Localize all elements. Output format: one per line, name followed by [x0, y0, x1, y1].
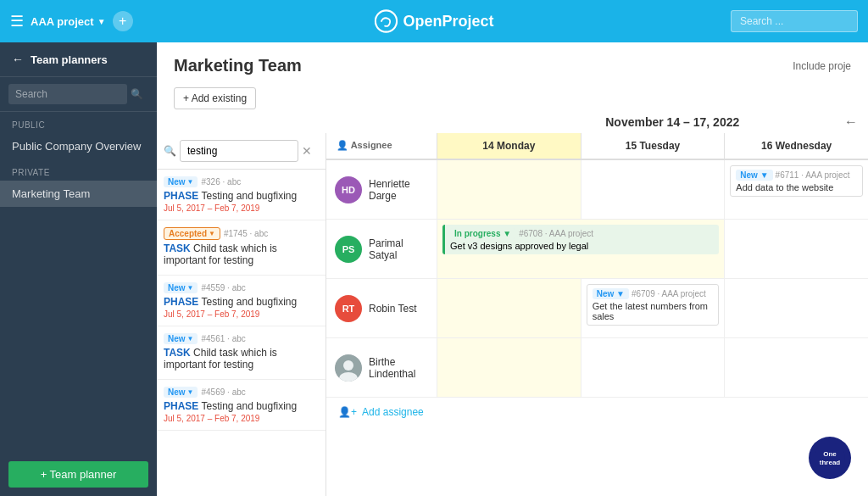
add-team-planner-button[interactable]: + Team planner — [8, 461, 148, 488]
sidebar-item-public-company[interactable]: Public Company Overview — [0, 133, 157, 159]
global-search-input[interactable] — [731, 10, 858, 32]
include-projects-label: Include proje — [793, 60, 851, 72]
svg-point-4 — [815, 443, 845, 473]
result-card-0[interactable]: New ▼ #326 · abc PHASE Testing and bugfi… — [157, 170, 326, 220]
sidebar-item-marketing-team[interactable]: Marketing Team — [0, 181, 157, 207]
page-title: Marketing Team — [174, 56, 302, 75]
avatar-birthe-img — [335, 354, 362, 382]
table-row: BirtheLindenthal — [326, 338, 868, 398]
assignee-parimal: PS Parimal Satyal — [326, 220, 437, 278]
calendar-header: 👤 Assignee 14 Monday 15 Tuesday 16 Wedne… — [326, 133, 868, 160]
add-existing-button[interactable]: + Add existing — [174, 87, 256, 109]
add-assignee-row[interactable]: 👤+ Add assignee — [326, 398, 868, 426]
search-panel: 🔍 ✕ New ▼ #326 · abc PHASE Testing and b… — [157, 133, 326, 496]
project-name: AAA project — [31, 15, 94, 28]
calendar-area: 👤 Assignee 14 Monday 15 Tuesday 16 Wedne… — [326, 133, 868, 496]
calendar-body: HD HenrietteDarge New ▼ #6711 · AAA proj… — [326, 160, 868, 496]
avatar-parimal: PS — [335, 236, 362, 263]
inprogress-badge: In progress ▼ — [450, 228, 515, 239]
cell-parimal-monday: In progress ▼ #6708 · AAA project Get v3… — [437, 220, 724, 278]
status-badge-new-3: New ▼ — [164, 333, 198, 344]
result-card-4[interactable]: New ▼ #4569 · abc PHASE Testing and bugf… — [157, 380, 326, 431]
clear-search-icon[interactable]: ✕ — [302, 144, 312, 158]
search-panel-input[interactable] — [180, 140, 298, 162]
sidebar: ← Team planners 🔍 PUBLIC Public Company … — [0, 42, 157, 496]
date-nav: November 14 – 17, 2022 ← — [157, 114, 868, 133]
svg-point-2 — [343, 360, 353, 371]
cell-birthe-wednesday — [724, 338, 868, 397]
content-area: Marketing Team Include proje + Add exist… — [157, 42, 868, 496]
assignee-name-birthe: BirtheLindenthal — [369, 356, 415, 380]
result-card-3[interactable]: New ▼ #4561 · abc TASK Child task which … — [157, 326, 326, 380]
task-status-new: New ▼ — [736, 170, 772, 181]
cell-robin-tuesday: New ▼ #6709 · AAA project Get the latest… — [581, 279, 725, 337]
date-nav-back-button[interactable]: ← — [844, 114, 858, 130]
assignee-henriette: HD HenrietteDarge — [326, 160, 437, 219]
add-assignee-icon: 👤+ — [338, 406, 357, 418]
assignee-name-henriette: HenrietteDarge — [369, 178, 410, 202]
top-nav: ☰ AAA project ▼ + OpenProject — [0, 0, 868, 42]
nav-search-area — [731, 10, 858, 32]
task-hash: #6711 · AAA project — [776, 170, 850, 180]
toolbar-row: + Add existing — [157, 82, 868, 114]
private-section-label: PRIVATE — [0, 159, 157, 181]
status-badge-new-2: New ▼ — [164, 282, 198, 293]
result-card-1[interactable]: Accepted ▼ #1745 · abc TASK Child task w… — [157, 220, 326, 276]
status-badge-accepted: Accepted ▼ — [164, 227, 220, 240]
cell-robin-monday — [437, 279, 581, 337]
assignee-robin: RT Robin Test — [326, 279, 437, 337]
search-panel-input-wrap: 🔍 ✕ — [157, 133, 326, 170]
nav-left: ☰ AAA project ▼ + — [10, 11, 133, 31]
cell-henriette-wednesday: New ▼ #6711 · AAA project Add data to th… — [724, 160, 868, 219]
sidebar-bottom: + Team planner — [0, 453, 157, 496]
col-header-wednesday: 16 Wednesday — [724, 133, 868, 159]
app-logo: OpenProject — [374, 9, 493, 33]
assignee-name-robin: Robin Test — [369, 303, 416, 315]
task-card-robin-tue[interactable]: New ▼ #6709 · AAA project Get the latest… — [587, 284, 720, 326]
task-title-parimal: Get v3 designs approved by legal — [450, 241, 714, 251]
assignee-name-parimal: Parimal Satyal — [369, 237, 428, 261]
task-title: Add data to the website — [736, 182, 857, 192]
result-card-2[interactable]: New ▼ #4559 · abc PHASE Testing and bugf… — [157, 276, 326, 326]
hamburger-icon[interactable]: ☰ — [10, 12, 24, 31]
col-header-assignee: 👤 Assignee — [326, 133, 437, 159]
date-range: November 14 – 17, 2022 — [506, 115, 840, 129]
col-header-monday: 14 Monday — [437, 133, 581, 159]
task-card-henriette-wed[interactable]: New ▼ #6711 · AAA project Add data to th… — [730, 165, 863, 197]
openproject-logo-svg — [374, 9, 398, 33]
planner-body: 🔍 ✕ New ▼ #326 · abc PHASE Testing and b… — [157, 133, 868, 496]
task-card-parimal-inprogress[interactable]: In progress ▼ #6708 · AAA project Get v3… — [442, 225, 719, 254]
svg-text:thread: thread — [820, 459, 841, 466]
back-arrow-icon: ← — [12, 53, 24, 66]
main-layout: ← Team planners 🔍 PUBLIC Public Company … — [0, 42, 868, 496]
assignee-birthe: BirtheLindenthal — [326, 338, 437, 397]
svg-point-0 — [376, 10, 397, 31]
svg-text:One: One — [823, 450, 837, 458]
avatar-henriette: HD — [335, 176, 362, 203]
onethread-badge[interactable]: One thread — [809, 437, 851, 479]
table-row: RT Robin Test New ▼ #6709 · AAA project … — [326, 279, 868, 338]
sidebar-search-icon: 🔍 — [131, 88, 143, 100]
add-assignee-label: Add assignee — [362, 406, 424, 418]
cell-henriette-tuesday — [581, 160, 725, 219]
table-row: HD HenrietteDarge New ▼ #6711 · AAA proj… — [326, 160, 868, 220]
sidebar-title: Team planners — [31, 53, 108, 66]
avatar-birthe — [335, 354, 362, 382]
status-badge-new-4: New ▼ — [164, 387, 198, 398]
content-header: Marketing Team Include proje — [157, 42, 868, 82]
cell-parimal-wednesday — [724, 220, 868, 278]
add-project-button[interactable]: + — [113, 11, 133, 31]
cell-birthe-tuesday — [581, 338, 725, 397]
project-selector[interactable]: AAA project ▼ — [31, 15, 106, 28]
task-hash-robin: #6709 · AAA project — [632, 289, 706, 298]
avatar-robin: RT — [335, 295, 362, 322]
cell-birthe-monday — [437, 338, 581, 397]
task-hash-parimal: #6708 · AAA project — [519, 229, 593, 238]
public-section-label: PUBLIC — [0, 112, 157, 133]
table-row: PS Parimal Satyal In progress ▼ #6708 · … — [326, 220, 868, 279]
sidebar-header[interactable]: ← Team planners — [0, 42, 157, 77]
app-name: OpenProject — [403, 13, 493, 31]
chevron-down-icon: ▼ — [97, 17, 106, 26]
sidebar-search-input[interactable] — [8, 84, 127, 104]
search-panel-search-icon: 🔍 — [164, 145, 176, 157]
